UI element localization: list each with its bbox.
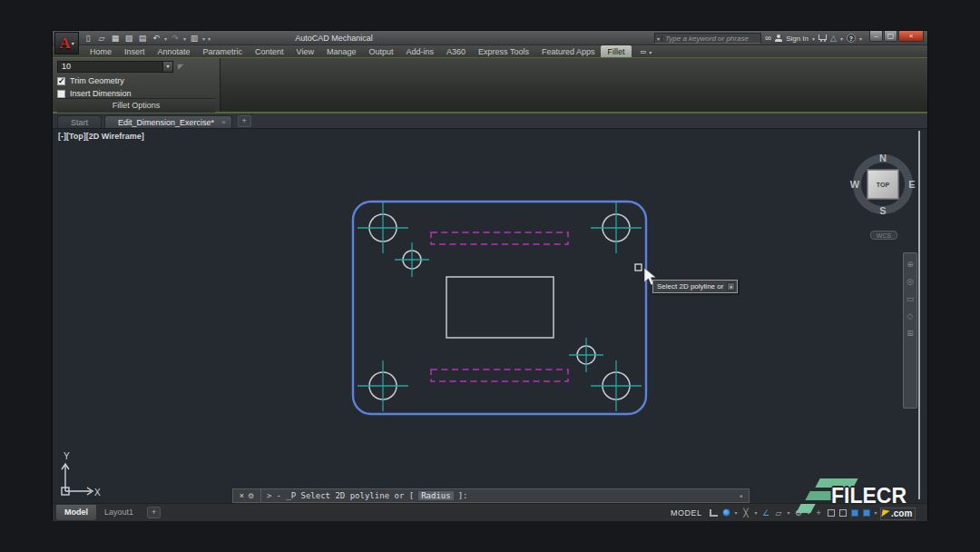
- selected-2d-polyline[interactable]: [353, 202, 646, 414]
- viewcube-east[interactable]: E: [908, 179, 915, 190]
- redo-icon[interactable]: ↷: [170, 33, 181, 44]
- command-option-radius[interactable]: Radius: [418, 491, 454, 500]
- center-rectangle[interactable]: [446, 277, 554, 338]
- plot-icon[interactable]: ▤: [137, 33, 148, 44]
- tab-add-ins[interactable]: Add-ins: [400, 45, 441, 57]
- tab-parametric[interactable]: Parametric: [197, 45, 250, 57]
- search-field-wrap: ▾: [654, 33, 761, 44]
- navigation-bar[interactable]: ⊕ ◎ ▭ ◇ ⊞: [903, 252, 917, 409]
- tab-a360[interactable]: A360: [440, 45, 472, 57]
- snap-caret-icon[interactable]: ▾: [735, 509, 738, 516]
- drawing-canvas[interactable]: [-][Top][2D Wireframe]: [53, 129, 927, 503]
- hidden-slot-rectangles[interactable]: [431, 232, 568, 381]
- search-history-caret-icon[interactable]: ▾: [655, 35, 662, 42]
- close-button[interactable]: ×: [898, 31, 924, 42]
- wcs-dropdown[interactable]: WCS: [870, 231, 897, 240]
- trim-geometry-label: Trim Geometry: [70, 76, 124, 85]
- trim-geometry-option[interactable]: Trim Geometry: [57, 76, 215, 85]
- tab-output[interactable]: Output: [363, 45, 400, 57]
- app-menu-caret-icon: ▾: [72, 40, 74, 46]
- polar-tracking-icon[interactable]: ∠: [762, 508, 770, 518]
- search-input[interactable]: [662, 34, 760, 43]
- viewcube-top-face[interactable]: TOP: [867, 170, 898, 199]
- tab-insert[interactable]: Insert: [118, 45, 152, 57]
- ribbon-tab-bar: Home Insert Annotate Parametric Content …: [53, 45, 927, 58]
- drawing-geometry: Y X: [53, 129, 927, 503]
- viewport-controls-label[interactable]: [-][Top][2D Wireframe]: [58, 132, 144, 141]
- trim-geometry-checkbox[interactable]: [57, 77, 65, 85]
- command-line-bar[interactable]: × ⚙ > - _P Select 2D polyline or [ Radiu…: [232, 488, 750, 503]
- vertical-scrollbar[interactable]: [918, 131, 920, 499]
- full-navigation-wheel-icon[interactable]: ⊕: [906, 261, 914, 269]
- isodraft-caret-icon[interactable]: ▾: [788, 509, 790, 516]
- undo-caret-icon[interactable]: ▾: [164, 35, 167, 42]
- ucs-x-label: X: [94, 488, 101, 498]
- help-caret-icon[interactable]: ▾: [859, 35, 862, 42]
- insert-dimension-option[interactable]: Insert Dimension: [57, 89, 215, 98]
- new-drawing-tab-button[interactable]: +: [238, 115, 251, 127]
- new-layout-button[interactable]: +: [147, 507, 161, 518]
- undo-icon[interactable]: ↶: [151, 33, 162, 44]
- command-input-area[interactable]: > - _P Select 2D polyline or [ Radius ]:…: [261, 488, 750, 503]
- sign-in-button[interactable]: Sign In: [786, 34, 808, 43]
- ucs-icon: Y X: [62, 451, 101, 498]
- viewcube-south[interactable]: S: [879, 205, 886, 216]
- redo-caret-icon[interactable]: ▾: [183, 35, 186, 42]
- tab-fillet-active[interactable]: Fillet: [601, 45, 631, 57]
- file-tab-start[interactable]: Start: [57, 115, 102, 128]
- tab-content[interactable]: Content: [249, 45, 290, 57]
- command-customize-icon[interactable]: ⚙: [248, 492, 254, 500]
- sign-in-caret-icon[interactable]: ▾: [812, 35, 815, 42]
- viewcube[interactable]: N W E S TOP: [851, 153, 915, 216]
- workspace-caret-icon[interactable]: ▾: [202, 35, 205, 42]
- radius-select-caret-icon[interactable]: ▾: [162, 62, 172, 72]
- command-history-expand-icon[interactable]: ▴: [740, 492, 743, 499]
- a360-caret-icon[interactable]: ▾: [840, 35, 843, 42]
- insert-dimension-checkbox[interactable]: [57, 90, 65, 98]
- viewcube-west[interactable]: W: [850, 179, 859, 190]
- tab-manage[interactable]: Manage: [320, 45, 363, 57]
- infer-constraints-icon[interactable]: ╳: [742, 508, 750, 518]
- tooltip-badge-icon: ▾: [727, 282, 735, 291]
- snap-mode-icon[interactable]: [722, 508, 730, 517]
- help-icon[interactable]: ?: [847, 34, 856, 43]
- zoom-extents-icon[interactable]: ▭: [906, 295, 915, 303]
- user-person-icon[interactable]: [775, 34, 782, 42]
- layout1-tab[interactable]: Layout1: [96, 505, 142, 520]
- fillet-radius-select[interactable]: 10 ▾: [57, 61, 173, 73]
- insert-dimension-label: Insert Dimension: [70, 89, 132, 98]
- model-tab[interactable]: Model: [56, 505, 96, 520]
- minimize-button[interactable]: –: [869, 31, 883, 42]
- infer-caret-icon[interactable]: ▾: [755, 509, 758, 516]
- tab-view[interactable]: View: [290, 45, 320, 57]
- tab-annotate[interactable]: Annotate: [152, 45, 197, 57]
- exchange-apps-cart-icon[interactable]: [818, 34, 827, 40]
- showmotion-icon[interactable]: ⊞: [906, 330, 914, 338]
- tab-express-tools[interactable]: Express Tools: [472, 45, 535, 57]
- command-close-icon[interactable]: ×: [240, 491, 244, 500]
- fillet-flyout-icon[interactable]: ◤: [178, 63, 183, 71]
- customize-qat-caret-icon[interactable]: ▾: [208, 35, 211, 42]
- ribbon-minimize-control[interactable]: ▭ ▾: [641, 48, 652, 57]
- application-menu-button[interactable]: A ▾: [54, 32, 79, 54]
- search-binoculars-icon[interactable]: ∞: [765, 34, 771, 43]
- model-space-badge[interactable]: MODEL: [668, 508, 705, 518]
- maximize-button[interactable]: ▢: [884, 31, 897, 42]
- hole-circles[interactable]: [369, 214, 630, 399]
- file-tab-drawing-active[interactable]: Edit_Dimension_Exercise* ×: [104, 115, 232, 128]
- isodraft-icon[interactable]: ▱: [775, 508, 783, 518]
- file-tab-close-icon[interactable]: ×: [221, 118, 226, 126]
- grid-display-icon[interactable]: [710, 509, 718, 517]
- workspace-icon[interactable]: ▥: [189, 33, 200, 44]
- pan-icon[interactable]: ◎: [906, 278, 914, 286]
- centerline-marks[interactable]: [358, 202, 642, 411]
- tab-home[interactable]: Home: [83, 45, 118, 57]
- viewcube-north[interactable]: N: [879, 153, 887, 163]
- a360-icon[interactable]: △: [830, 34, 837, 43]
- new-file-icon[interactable]: ▯: [83, 33, 93, 44]
- open-folder-icon[interactable]: ▱: [96, 33, 107, 44]
- tab-featured-apps[interactable]: Featured Apps: [535, 45, 602, 57]
- save-as-icon[interactable]: ▧: [123, 33, 134, 44]
- orbit-icon[interactable]: ◇: [907, 312, 914, 320]
- save-icon[interactable]: ▦: [110, 33, 121, 44]
